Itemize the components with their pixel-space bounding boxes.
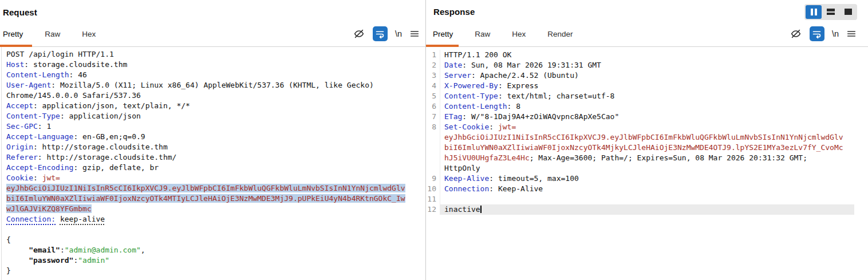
request-line: { xyxy=(6,235,423,245)
response-line: hJ5iVU0UHgfaZ3Le4Hc; Max-Age=3600; Path=… xyxy=(426,153,854,163)
request-line: Cookie: jwt= xyxy=(6,173,423,183)
app: Request PrettyRawHex xyxy=(0,0,868,280)
wrap-lines-icon xyxy=(375,29,385,39)
show-newlines-button[interactable]: \n xyxy=(832,29,839,38)
request-tabs: PrettyRawHex xyxy=(3,21,117,46)
response-tabs-row: PrettyRawHexRender xyxy=(426,21,868,47)
request-line: POST /api/login HTTP/1.1 xyxy=(6,49,423,60)
request-line: Accept-Encoding: gzip, deflate, br xyxy=(6,163,423,173)
eye-off-icon xyxy=(353,27,365,40)
response-line: 6Content-Length: 8 xyxy=(426,101,854,112)
request-tabs-row: PrettyRawHex xyxy=(0,21,425,47)
tab-render[interactable]: Render xyxy=(547,21,573,46)
line-number xyxy=(426,143,440,153)
newline-icon: \n xyxy=(395,29,402,38)
response-line: 4X-Powered-By: Express xyxy=(426,81,854,91)
response-panel: Response PrettyRawHexRender xyxy=(426,0,868,280)
tab-pretty[interactable]: Pretty xyxy=(433,21,453,46)
request-menu-button[interactable] xyxy=(409,29,420,39)
line-number: 1 xyxy=(426,50,440,60)
request-line: Referer: http://storage.cloudsite.thm/ xyxy=(6,152,423,163)
eye-off-icon xyxy=(790,27,802,40)
response-line: 7ETag: W/"8-1Daj9A4+zOiWAQvpnc8ApXe5Cao" xyxy=(426,112,854,122)
tab-raw[interactable]: Raw xyxy=(45,21,60,46)
response-line: eyJhbGciOiJIUzI1NiIsInR5cCI6IkpXVCJ9.eyJ… xyxy=(426,132,854,143)
response-line: 1HTTP/1.1 200 OK xyxy=(426,50,854,60)
line-number: 5 xyxy=(426,91,440,101)
response-menu-button[interactable] xyxy=(846,29,857,39)
layout-toggle-group xyxy=(804,4,857,20)
square-icon xyxy=(845,9,852,15)
request-line: Sec-GPC: 1 xyxy=(6,121,423,132)
menu-icon xyxy=(846,29,857,39)
response-toolbar: \n xyxy=(790,26,857,41)
request-line: Origin: http://storage.cloudsite.thm xyxy=(6,142,423,152)
request-line xyxy=(6,224,423,235)
response-line: 9Keep-Alive: timeout=5, max=100 xyxy=(426,173,854,184)
request-line: Content-Type: application/json xyxy=(6,111,423,121)
response-line: 12inactive xyxy=(426,204,854,215)
wrap-lines-icon xyxy=(812,29,822,39)
columns-icon xyxy=(811,9,813,15)
line-number: 6 xyxy=(426,101,440,112)
layout-single-pane-button[interactable] xyxy=(840,5,856,19)
newline-icon: \n xyxy=(832,29,839,38)
request-line: biI6ImluYWN0aXZlIiwiaWF0IjoxNzcyOTk4MTIy… xyxy=(6,194,423,204)
text-cursor xyxy=(480,206,482,213)
tab-hex[interactable]: Hex xyxy=(82,21,96,46)
request-line: wJlGAJViKZQ8YFGmbmc xyxy=(6,204,423,214)
layout-side-by-side-button[interactable] xyxy=(806,5,822,19)
show-newlines-button[interactable]: \n xyxy=(395,29,402,38)
request-line: eyJhbGciOiJIUzI1NiIsInR5cCI6IkpXVCJ9.eyJ… xyxy=(6,183,423,194)
line-number: 3 xyxy=(426,70,440,81)
line-number: 8 xyxy=(426,122,440,132)
request-panel-header: Request xyxy=(0,0,425,21)
response-line: 2Date: Sun, 08 Mar 2026 19:31:31 GMT xyxy=(426,60,854,70)
request-line: "password":"admin" xyxy=(6,255,423,266)
menu-icon xyxy=(409,29,420,39)
hide-content-button[interactable] xyxy=(790,27,802,40)
line-number: 12 xyxy=(426,204,440,215)
line-number: 9 xyxy=(426,173,440,184)
request-line: "email":"admin@admin.com", xyxy=(6,245,423,255)
line-number xyxy=(426,163,440,173)
tab-pretty[interactable]: Pretty xyxy=(3,21,23,46)
line-number: 10 xyxy=(426,184,440,194)
response-panel-title: Response xyxy=(433,7,475,17)
wrap-lines-button[interactable] xyxy=(810,26,824,41)
response-line: biI6ImluYWN0aXZlIiwiaWF0IjoxNzcyOTk4Mjky… xyxy=(426,143,854,153)
response-line: 3Server: Apache/2.4.52 (Ubuntu) xyxy=(426,70,854,81)
request-line: User-Agent: Mozilla/5.0 (X11; Linux x86_… xyxy=(6,80,423,90)
response-tabs: PrettyRawHexRender xyxy=(433,21,595,46)
response-viewer[interactable]: 1HTTP/1.1 200 OK2Date: Sun, 08 Mar 2026 … xyxy=(426,47,868,280)
request-line: Accept: application/json, text/plain, */… xyxy=(6,101,423,111)
request-editor[interactable]: POST /api/login HTTP/1.1Host: storage.cl… xyxy=(1,47,425,280)
line-number: 4 xyxy=(426,81,440,91)
rows-icon xyxy=(827,9,835,15)
tab-raw[interactable]: Raw xyxy=(475,21,490,46)
request-line: } xyxy=(6,266,423,276)
response-line: 10Connection: Keep-Alive xyxy=(426,184,854,194)
request-line: Connection: keep-alive xyxy=(6,214,423,224)
line-number: 2 xyxy=(426,60,440,70)
request-panel-title: Request xyxy=(3,7,37,17)
layout-stacked-button[interactable] xyxy=(823,5,839,19)
response-line: 11 xyxy=(426,194,854,204)
request-line: Chrome/145.0.0.0 Safari/537.36 xyxy=(6,90,423,101)
request-panel: Request PrettyRawHex xyxy=(0,0,426,280)
request-line: Accept-Language: en-GB,en;q=0.9 xyxy=(6,132,423,142)
response-panel-header: Response xyxy=(426,0,868,21)
request-line: Host: storage.cloudsite.thm xyxy=(6,60,423,70)
response-line: 8Set-Cookie: jwt= xyxy=(426,122,854,132)
tab-hex[interactable]: Hex xyxy=(512,21,526,46)
line-number xyxy=(426,153,440,163)
line-number: 7 xyxy=(426,112,440,122)
hide-content-button[interactable] xyxy=(353,27,365,40)
request-line: Content-Length: 46 xyxy=(6,70,423,80)
response-line: 5Content-Type: text/html; charset=utf-8 xyxy=(426,91,854,101)
wrap-lines-button[interactable] xyxy=(373,26,388,41)
request-toolbar: \n xyxy=(353,26,420,41)
line-number: 11 xyxy=(426,194,440,204)
line-number xyxy=(426,132,440,143)
response-line: HttpOnly xyxy=(426,163,854,173)
